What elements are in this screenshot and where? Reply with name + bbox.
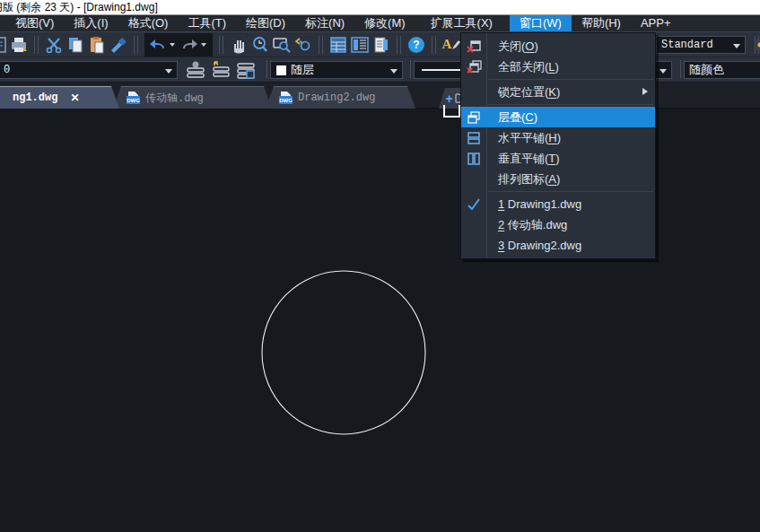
menu-item-label: 水平平铺(H): [486, 130, 561, 146]
submenu-arrow-icon: [642, 88, 648, 95]
toolbar-separator: [397, 36, 401, 54]
tile-horizontal-icon: [461, 127, 486, 148]
properties-palette-button[interactable]: [349, 34, 371, 56]
toolbar-separator: [319, 36, 323, 54]
redo-dropdown-caret[interactable]: [201, 43, 206, 47]
tab-close-icon[interactable]: ✕: [70, 92, 79, 104]
menu-item-close-all[interactable]: 全部关闭(L): [461, 57, 655, 77]
close-all-windows-icon: [461, 57, 486, 77]
title-bar[interactable]: 用版 (剩余 23 天) - [Drawing1.dwg]: [0, 0, 760, 15]
zoom-previous-icon: [293, 36, 313, 54]
toolbar-separator: [432, 36, 436, 54]
layer-states-icon: [235, 60, 257, 80]
menu-item-label: 锁定位置(K): [486, 84, 560, 100]
copy-button[interactable]: [65, 34, 86, 56]
redo-button[interactable]: [179, 34, 200, 56]
plus-icon: +: [445, 92, 452, 106]
chevron-down-icon: [165, 69, 172, 74]
menu-app-plus[interactable]: APP+: [631, 15, 681, 31]
tab-drawing1-label: ng1.dwg: [13, 92, 57, 104]
zoom-clock-icon: [250, 36, 270, 54]
menu-help[interactable]: 帮助(H): [572, 15, 631, 31]
menu-view[interactable]: 视图(V): [5, 15, 64, 31]
brush-icon: [109, 36, 128, 54]
menu-item-cascade[interactable]: 层叠(C): [461, 107, 655, 127]
zoom-previous-button[interactable]: [293, 34, 314, 56]
clipped-edge-icon[interactable]: [756, 38, 760, 52]
sheet-set-button[interactable]: [371, 34, 392, 56]
menu-item-lock-location[interactable]: 锁定位置(K): [461, 82, 655, 102]
check-icon: [461, 194, 486, 214]
menu-dimension[interactable]: 标注(N): [295, 15, 354, 31]
tab-chuandongzhou-label: 传动轴.dwg: [145, 91, 204, 106]
window-title: 版 (剩余 23 天) - [Drawing1.dwg]: [3, 1, 158, 13]
dim-style-combo[interactable]: Standard: [656, 36, 746, 54]
plot-button[interactable]: [8, 34, 30, 56]
undo-redo-group: [144, 33, 213, 57]
menu-item-tile-horizontally[interactable]: 水平平铺(H): [461, 127, 655, 148]
toolbar-separator: [219, 36, 223, 54]
menu-item-label: 3 Drawing2.dwg: [486, 239, 581, 252]
toolbar-separator: [134, 36, 138, 54]
clipped-edge-icon[interactable]: [0, 34, 8, 56]
plot-style-combo-value: 随颜色: [685, 62, 724, 78]
layer-combo[interactable]: 0: [0, 61, 178, 79]
menu-express-tools[interactable]: 扩展工具(X): [421, 15, 502, 31]
menu-item-label: 垂直平铺(T): [486, 151, 560, 167]
tab-chuandongzhou[interactable]: DWG 传动轴.dwg: [113, 86, 272, 109]
layer-properties-button[interactable]: [328, 34, 349, 56]
menu-item-label: 1 Drawing1.dwg: [486, 197, 581, 211]
drawn-circle[interactable]: [262, 271, 425, 434]
svg-text:DWG: DWG: [127, 98, 140, 103]
zoom-window-icon: [272, 36, 292, 54]
make-layer-current-button[interactable]: [185, 59, 206, 81]
dwg-file-icon: DWG: [126, 91, 140, 106]
menu-draw[interactable]: 绘图(D): [236, 15, 295, 31]
chevron-down-icon: [733, 44, 740, 48]
menu-item-label: 层叠(C): [486, 109, 537, 126]
help-button[interactable]: ?: [406, 34, 427, 56]
text-style-button[interactable]: A: [441, 34, 462, 56]
pan-button[interactable]: [228, 34, 249, 56]
toolbar-separator: [34, 36, 39, 54]
cursor-pickbox: [443, 105, 460, 118]
menu-format[interactable]: 格式(O): [118, 15, 179, 31]
tab-drawing1[interactable]: ng1.dwg ✕: [0, 86, 119, 109]
menu-bar: 视图(V) 插入(I) 格式(O) 工具(T) 绘图(D) 标注(N) 修改(M…: [0, 15, 760, 32]
pencil-icon: [451, 39, 460, 50]
menu-item-tile-vertically[interactable]: 垂直平铺(T): [461, 148, 655, 169]
menu-insert[interactable]: 插入(I): [64, 15, 118, 31]
menu-window[interactable]: 窗口(W): [510, 15, 572, 31]
menu-item-arrange-icons[interactable]: 排列图标(A): [461, 169, 655, 189]
menu-modify[interactable]: 修改(M): [354, 15, 415, 31]
tab-drawing2[interactable]: DWG Drawing2.dwg: [266, 86, 415, 109]
plot-style-combo[interactable]: 随颜色: [684, 61, 760, 79]
scissors-icon: [44, 36, 64, 54]
undo-dropdown-caret[interactable]: [170, 43, 175, 47]
zoom-window-button[interactable]: [271, 34, 293, 56]
document-list-icon: [371, 36, 391, 54]
color-combo[interactable]: 随层: [270, 61, 403, 79]
layer-states-button[interactable]: [235, 59, 257, 81]
tab-drawing2-label: Drawing2.dwg: [298, 92, 375, 104]
color-combo-value: 随层: [286, 62, 314, 78]
menu-item-document-3[interactable]: 3 Drawing2.dwg: [461, 235, 655, 256]
color-swatch: [276, 65, 286, 75]
menu-item-document-2[interactable]: 2 传动轴.dwg: [461, 214, 655, 235]
layer-previous-button[interactable]: [210, 59, 231, 81]
cut-button[interactable]: [43, 34, 65, 56]
paste-button[interactable]: [86, 34, 108, 56]
window-dropdown-menu: 关闭(O) 全部关闭(L) 锁定位置(K) 层叠(C) 水平平铺(H): [460, 32, 656, 259]
menu-item-document-1[interactable]: 1 Drawing1.dwg: [461, 194, 655, 214]
dwg-file-icon: DWG: [278, 91, 293, 106]
menu-item-close[interactable]: 关闭(O): [461, 36, 655, 57]
hand-icon: [230, 36, 248, 54]
redo-arrow-icon: [180, 38, 198, 52]
menu-tools[interactable]: 工具(T): [178, 15, 236, 31]
zoom-realtime-button[interactable]: [249, 34, 271, 56]
format-painter-button[interactable]: [108, 34, 129, 56]
menu-item-label: 2 传动轴.dwg: [486, 217, 567, 233]
cascade-windows-icon: [461, 107, 486, 127]
undo-button[interactable]: [147, 34, 169, 56]
undo-arrow-icon: [149, 38, 167, 52]
